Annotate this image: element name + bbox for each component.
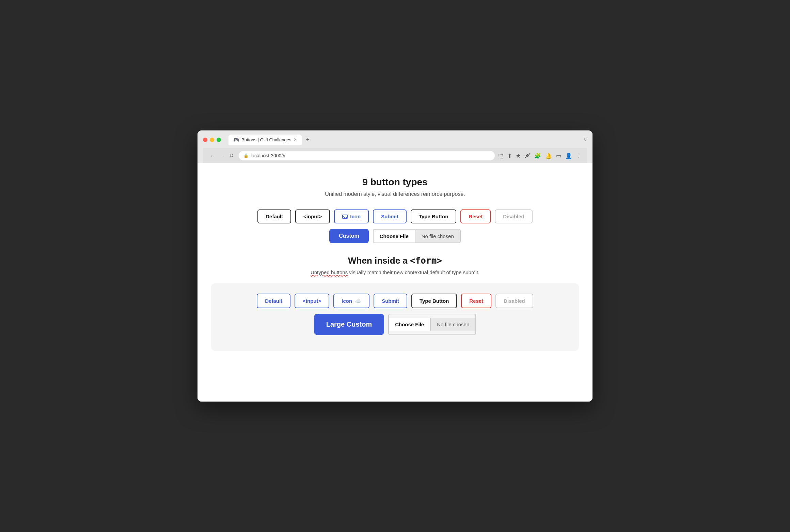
tab-title: Buttons | GUI Challenges <box>241 137 291 142</box>
form-type-button[interactable]: Type Button <box>411 294 457 308</box>
form-icon-label: Icon <box>342 298 352 304</box>
url-bar[interactable]: 🔒 localhost:3000/# <box>239 151 495 160</box>
section2-subtitle: Untyped buttons visually match their new… <box>208 269 582 275</box>
section2-subtitle-part2: visually match their new contextual defa… <box>348 269 479 275</box>
button-row-2: Custom Choose File No file chosen <box>208 229 582 243</box>
extensions-icon[interactable]: 🧩 <box>534 153 541 159</box>
bookmark-icon[interactable]: ★ <box>516 153 521 159</box>
icon-button-label: Icon <box>350 214 361 219</box>
menu-icon[interactable]: ⋮ <box>576 153 582 159</box>
nav-buttons: ← → ↺ <box>208 152 235 159</box>
default-button[interactable]: Default <box>257 209 291 223</box>
submit-button[interactable]: Submit <box>373 209 407 223</box>
active-tab[interactable]: 🎮 Buttons | GUI Challenges ✕ <box>228 135 302 145</box>
choose-file-button[interactable]: Choose File <box>374 230 415 242</box>
tab-close-button[interactable]: ✕ <box>294 137 297 142</box>
custom-button[interactable]: Custom <box>329 229 369 243</box>
extension1-icon[interactable]: 🌶 <box>525 153 530 159</box>
address-bar: ← → ↺ 🔒 localhost:3000/# ⬚ ⬆ ★ 🌶 🧩 🔔 ▭ 👤… <box>203 148 587 163</box>
disabled-button: Disabled <box>495 209 533 223</box>
share-icon[interactable]: ⬆ <box>507 153 512 159</box>
forward-button[interactable]: → <box>218 152 226 159</box>
button-row-1: Default <input> Icon Submit Type Button … <box>208 209 582 223</box>
back-button[interactable]: ← <box>208 152 216 159</box>
sidebar-icon[interactable]: ▭ <box>556 153 561 159</box>
form-disabled-button: Disabled <box>495 294 533 308</box>
section2-subtitle-part1: Untyped buttons <box>311 269 348 275</box>
security-icon: 🔒 <box>243 153 249 158</box>
input-button[interactable]: <input> <box>295 209 330 223</box>
url-text: localhost:3000/# <box>251 153 285 158</box>
page-content: 9 button types Unified modern style, vis… <box>198 163 592 402</box>
large-custom-button[interactable]: Large Custom <box>314 314 384 335</box>
form-submit-button[interactable]: Submit <box>374 294 407 308</box>
form-file-input-wrapper: Choose File No file chosen <box>388 314 476 335</box>
form-button-row-1: Default <input> Icon ☁️ Submit Type Butt… <box>219 294 571 308</box>
toolbar-icons: ⬚ ⬆ ★ 🌶 🧩 🔔 ▭ 👤 ⋮ <box>498 153 582 159</box>
form-reset-button[interactable]: Reset <box>461 294 491 308</box>
reset-button[interactable]: Reset <box>460 209 491 223</box>
form-button-row-2: Large Custom Choose File No file chosen <box>219 314 571 335</box>
type-button[interactable]: Type Button <box>411 209 456 223</box>
form-section: Default <input> Icon ☁️ Submit Type Butt… <box>211 283 579 351</box>
tab-icon: 🎮 <box>233 137 239 142</box>
icon-button[interactable]: Icon <box>334 209 369 223</box>
page-subtitle: Unified modern style, visual differences… <box>208 191 582 197</box>
title-bar: 🎮 Buttons | GUI Challenges ✕ + ∨ ← → ↺ 🔒… <box>198 130 592 163</box>
form-choose-file-button[interactable]: Choose File <box>389 318 431 331</box>
section2-title-prefix: When inside a <box>348 255 410 266</box>
form-default-button[interactable]: Default <box>257 294 290 308</box>
close-traffic-light[interactable] <box>203 138 207 142</box>
traffic-lights <box>203 138 221 142</box>
file-input-wrapper: Choose File No file chosen <box>373 229 461 243</box>
external-link-icon[interactable]: ⬚ <box>498 153 503 159</box>
page-title: 9 button types <box>208 177 582 188</box>
extension2-icon[interactable]: 🔔 <box>545 153 552 159</box>
cloud-icon: ☁️ <box>354 298 361 304</box>
tab-bar: 🎮 Buttons | GUI Challenges ✕ + ∨ <box>228 135 587 145</box>
no-file-label: No file chosen <box>415 230 460 242</box>
maximize-traffic-light[interactable] <box>217 138 221 142</box>
reload-button[interactable]: ↺ <box>228 152 235 159</box>
form-input-button[interactable]: <input> <box>295 294 329 308</box>
minimize-traffic-light[interactable] <box>210 138 214 142</box>
section2-title-code: <form> <box>410 255 442 266</box>
section2-title: When inside a <form> <box>208 255 582 266</box>
form-no-file-label: No file chosen <box>431 318 475 331</box>
browser-window: 🎮 Buttons | GUI Challenges ✕ + ∨ ← → ↺ 🔒… <box>198 130 592 402</box>
form-icon-button[interactable]: Icon ☁️ <box>333 294 369 308</box>
envelope-icon <box>342 215 348 219</box>
new-tab-button[interactable]: + <box>303 135 312 145</box>
profile-icon[interactable]: 👤 <box>565 153 572 159</box>
tab-chevron-icon: ∨ <box>584 137 587 142</box>
